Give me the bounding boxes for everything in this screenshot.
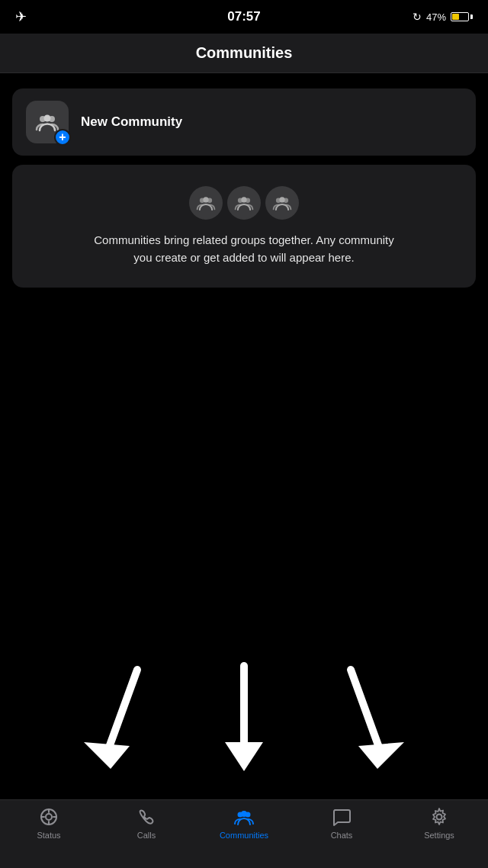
status-tab-icon [38,806,59,828]
tab-settings[interactable]: Settings [390,806,488,840]
status-bar-time: 07:57 [227,9,260,24]
communities-tab-label: Communities [220,831,268,840]
group-icon-1 [189,186,223,220]
status-bar: ✈ 07:57 ↻ 47% [0,0,488,34]
svg-marker-13 [84,742,130,769]
svg-point-26 [241,811,247,817]
tab-status[interactable]: Status [0,806,98,840]
svg-line-16 [351,670,381,754]
page-title: Communities [196,44,293,62]
svg-marker-17 [358,742,404,769]
settings-tab-icon [429,806,450,828]
group-icons-row [189,186,299,220]
new-community-card[interactable]: + New Community [12,88,476,156]
new-community-label: New Community [81,114,182,130]
main-content: + New Community [0,73,488,303]
svg-point-19 [46,814,52,820]
svg-point-27 [437,815,442,820]
new-community-icon-wrapper: + [26,101,69,143]
status-tab-label: Status [37,831,60,840]
chats-tab-icon [331,806,352,828]
tab-bar: Status Calls Communities [0,799,488,868]
arrow-center [221,658,267,773]
svg-marker-15 [225,742,263,771]
status-bar-right: ↻ 47% [413,11,473,23]
tab-chats[interactable]: Chats [293,806,390,840]
battery-percent: 47% [426,11,446,23]
communities-tab-icon [233,806,255,828]
page-title-bar: Communities [0,34,488,73]
plus-badge: + [54,129,71,146]
group-icon-2 [227,186,261,220]
people-icon [35,110,59,134]
calls-tab-label: Calls [137,831,156,840]
svg-point-5 [203,197,208,202]
settings-tab-label: Settings [424,831,454,840]
battery-icon [451,12,473,21]
arrow-area [0,639,488,792]
sync-icon: ↻ [413,11,422,23]
svg-line-12 [107,670,137,754]
group-icon-3 [265,186,299,220]
chats-tab-label: Chats [331,831,353,840]
svg-point-8 [241,197,246,202]
arrow-left [84,662,160,769]
status-bar-left: ✈ [15,8,27,25]
airplane-icon: ✈ [15,8,27,25]
arrow-right [328,662,404,769]
svg-point-2 [44,115,51,122]
calls-tab-icon [136,806,157,828]
svg-point-11 [279,197,284,202]
tab-communities[interactable]: Communities [195,806,293,840]
tab-calls[interactable]: Calls [98,806,195,840]
info-card: Communities bring related groups togethe… [12,165,476,288]
info-description: Communities bring related groups togethe… [92,232,396,266]
